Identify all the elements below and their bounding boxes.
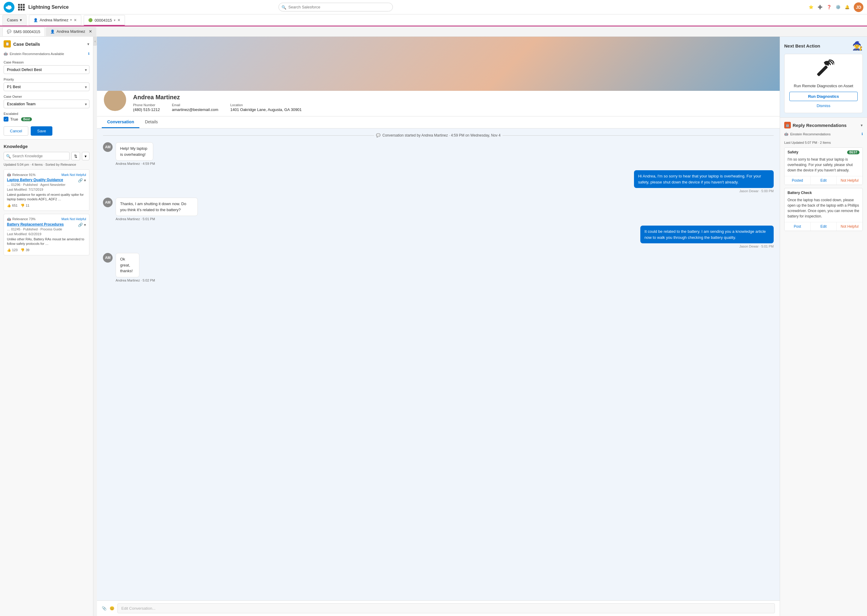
reply-item-1: Safety BEST I'm so sorry to hear that yo…: [784, 148, 863, 185]
mark-not-helpful-2[interactable]: Mark Not Helpful: [61, 217, 86, 221]
msg-meta-4: Jason Dewar · 5:01 PM: [551, 245, 774, 248]
nav-tab-cases[interactable]: Cases ▾: [2, 15, 27, 25]
case-reason-select[interactable]: Product Defect Best: [4, 65, 90, 74]
article-title-2[interactable]: Battery Replacement Procedures: [7, 222, 64, 226]
andrea-tab-close[interactable]: ✕: [74, 18, 77, 22]
mark-not-helpful-1[interactable]: Mark Not Helpful: [61, 173, 86, 176]
post-button-2[interactable]: Post: [785, 222, 811, 231]
andrea-tab-label: Andrea Martinez: [40, 18, 68, 22]
case-owner-select[interactable]: Escalation Team: [4, 99, 90, 108]
star-icon[interactable]: ⭐: [809, 5, 813, 9]
attach-input-icon[interactable]: 📎: [102, 606, 107, 611]
andrea-tab-dropdown[interactable]: ▾: [70, 18, 72, 22]
msg-bubble-2: Hi Andrea, I'm so sorry to hear that you…: [634, 170, 774, 188]
save-button[interactable]: Save: [31, 126, 52, 136]
knowledge-sort-button[interactable]: ⇅: [71, 152, 80, 160]
relevance-row-2: 🤖 Relevance 73% Mark Not Helpful: [7, 217, 86, 221]
thumbs-down-2: 👎 39: [20, 248, 29, 252]
reply-rec-title: 🤖 Reply Recommendations: [784, 122, 847, 129]
message-row-1: AM Help! My laptop is overheating! Andre…: [103, 142, 774, 165]
more-icon-2[interactable]: ▾: [84, 223, 86, 227]
conv-started-label: 💬 Conversation started by Andrea Martine…: [103, 133, 774, 137]
tab-details[interactable]: Details: [139, 116, 163, 128]
profile-details: Andrea Martinez Phone Number (480) 515-1…: [133, 94, 302, 112]
panel-collapse-arrow[interactable]: ‹: [93, 37, 97, 46]
case-details-dropdown[interactable]: ▾: [87, 42, 90, 46]
case-dropdown-icon[interactable]: ▾: [114, 18, 116, 22]
reply-best-badge-1: BEST: [847, 150, 859, 154]
settings-icon[interactable]: ⚙️: [836, 5, 840, 9]
knowledge-search-icon: 🔍: [6, 154, 11, 159]
cases-tab-label: Cases: [7, 18, 18, 22]
sub-tab-close[interactable]: ✕: [89, 29, 92, 34]
message-input[interactable]: Edit Conversation...: [117, 603, 775, 613]
article-actions-2: 🔗 ▾: [78, 223, 86, 227]
email-value: amartinez@bestemail.com: [172, 107, 218, 112]
case-tab-close[interactable]: ✕: [117, 18, 120, 22]
case-detail-icon: 📋: [4, 40, 11, 47]
attach-icon-2[interactable]: 🔗: [78, 223, 83, 227]
thumbs-up-1: 👍 651: [7, 204, 17, 207]
reply-item-2: Battery Check Once the laptop has cooled…: [784, 188, 863, 231]
user-avatar[interactable]: JD: [854, 2, 863, 12]
nba-card: Run Remote Diagnostics on Asset Run Diag…: [784, 54, 863, 113]
knowledge-filter-button[interactable]: ▾: [82, 152, 90, 160]
escalated-checkbox[interactable]: ✓: [4, 117, 8, 121]
msg-content-4: It could be related to the battery. I am…: [551, 226, 774, 248]
sub-tab-andrea[interactable]: 👤 Andrea Martinez ✕: [46, 27, 96, 36]
sub-tab-sms[interactable]: 💬 SMS 00004315: [2, 27, 45, 36]
edit-button-2[interactable]: Edit: [811, 222, 837, 231]
person-sub-icon: 👤: [50, 30, 55, 34]
msg-avatar-3: AM: [103, 198, 113, 207]
conv-icon: 💬: [376, 133, 380, 137]
nav-tab-case-number[interactable]: 🟢 00004315 ▾ ✕: [84, 15, 125, 26]
add-icon[interactable]: ➕: [818, 5, 823, 9]
knowledge-search-input[interactable]: [4, 152, 69, 160]
reply-rec-dropdown[interactable]: ▾: [861, 123, 863, 127]
app-title: Lightning Service: [28, 5, 69, 10]
msg-bubble-1: Help! My laptop is overheating!: [116, 142, 153, 160]
msg-avatar-1: AM: [103, 142, 113, 152]
case-icon-green: 🟢: [88, 18, 93, 22]
knowledge-search-row: 🔍 ⇅ ▾: [4, 152, 90, 160]
location-label: Location: [230, 103, 302, 107]
cases-dropdown-icon[interactable]: ▾: [20, 18, 22, 22]
relevance-label-1: 🤖 Relevance 91%: [7, 173, 36, 176]
priority-select[interactable]: P1 Best: [4, 82, 90, 91]
tab-conversation[interactable]: Conversation: [102, 116, 139, 128]
run-diagnostics-button[interactable]: Run Diagnostics: [789, 92, 858, 101]
nba-title: Next Best Action 🧙: [784, 41, 863, 51]
cancel-button[interactable]: Cancel: [4, 126, 28, 136]
article-title-1[interactable]: Laptop Battery Quality Guidance: [7, 178, 63, 182]
dismiss-button[interactable]: Dismiss: [789, 104, 858, 108]
message-row-3: AM Thanks, I am shutting it down now. Do…: [103, 198, 774, 221]
profile-location-field: Location 1401 Oakridge Lane, Augusta, GA…: [230, 103, 302, 112]
emoji-icon[interactable]: 😊: [110, 606, 114, 611]
reply-einstein-icon: 🤖: [784, 132, 788, 136]
svg-point-0: [111, 93, 119, 102]
edit-button-1[interactable]: Edit: [811, 176, 837, 185]
posted-button-1[interactable]: Posted: [785, 176, 811, 185]
nav-tab-andrea[interactable]: 👤 Andrea Martinez ▾ ✕: [29, 15, 81, 25]
search-input[interactable]: [279, 3, 393, 11]
global-search[interactable]: 🔍: [279, 3, 393, 11]
not-helpful-button-1[interactable]: Not Helpful: [837, 176, 862, 185]
attach-icon-1[interactable]: 🔗: [78, 178, 83, 182]
salesforce-logo[interactable]: [4, 2, 14, 13]
notifications-icon[interactable]: 🔔: [845, 5, 850, 9]
help-icon[interactable]: ❓: [827, 5, 831, 9]
knowledge-title: Knowledge: [4, 144, 90, 149]
message-row-5: AM Ok great, thanks! Andrea Martinez · 5…: [103, 253, 774, 282]
profile-email-field: Email amartinez@bestemail.com: [172, 103, 218, 112]
conversation-area[interactable]: 💬 Conversation started by Andrea Martine…: [97, 129, 780, 600]
info-icon[interactable]: ℹ: [88, 52, 90, 56]
article-desc-2: Unlike other RAs, Battery RAs moust be a…: [7, 237, 86, 246]
app-grid-icon[interactable]: [18, 4, 25, 11]
more-icon-1[interactable]: ▾: [84, 178, 86, 182]
svg-point-1: [109, 103, 121, 109]
article-meta-2: … 01245 · Published · Process Guide: [7, 227, 86, 231]
priority-label: Priority: [4, 78, 90, 81]
not-helpful-button-2[interactable]: Not Helpful: [837, 222, 862, 231]
einstein-rec-row: 🤖 Einstein Recommendations Available ℹ: [4, 50, 90, 57]
reply-info-icon[interactable]: ℹ: [862, 132, 863, 136]
